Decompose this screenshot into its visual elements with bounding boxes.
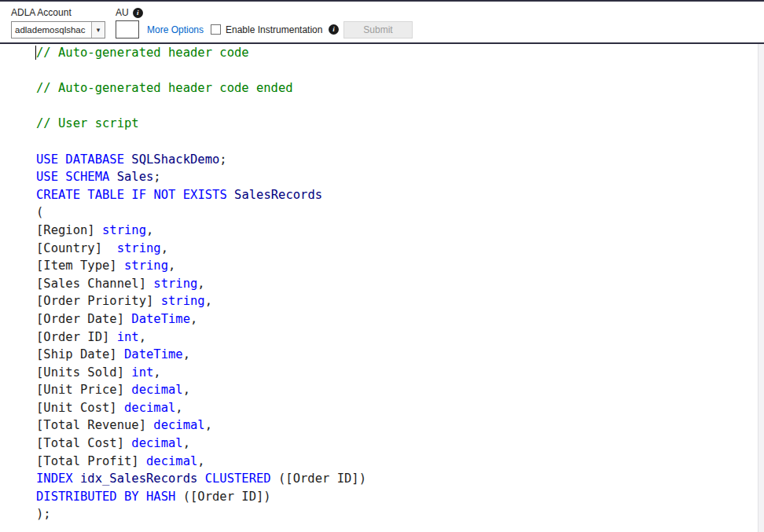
submit-button[interactable]: Submit [343,21,413,39]
code-token [124,188,131,202]
code-token: , [168,259,175,273]
code-token: DATABASE [65,152,124,167]
code-token: [Total Cost] [36,436,131,450]
code-token: , [205,418,212,432]
code-line: [Sales Channel] string, [36,275,366,293]
code-line: USE SCHEMA Sales; [36,168,366,186]
code-token: decimal [131,436,182,450]
code-token [227,188,234,202]
code-line: [Country] string, [36,240,366,258]
code-line: // User script [36,115,366,133]
code-token: ([Order ID]) [175,490,270,504]
code-token: // Auto-generated header code [36,46,249,60]
code-token: string [117,241,161,255]
adla-account-value: adlademosqlshac [12,22,91,38]
code-token: , [153,365,160,380]
code-token: ([Order ID]) [271,471,366,486]
code-token: string [153,277,197,291]
code-token: [Order ID] [36,330,117,344]
code-line: [Order Date] DateTime, [36,310,366,328]
code-token: ; [153,170,160,184]
code-token: string [124,259,168,273]
code-token [73,471,80,486]
code-line [36,133,366,151]
code-token: ; [219,152,226,167]
code-line [36,62,366,80]
code-token [146,188,153,202]
more-options-link[interactable]: More Options [147,24,204,35]
code-token: HASH [146,490,175,504]
adla-account-label: ADLA Account [11,7,72,18]
code-line: CREATE TABLE IF NOT EXISTS SalesRecords [36,186,366,204]
au-input[interactable] [116,20,139,39]
code-token: , [183,347,190,361]
au-label-group: AU i [116,7,143,18]
code-line: [Units Sold] int, [36,364,366,382]
code-token [175,188,182,202]
code-token: SalesRecords [234,188,322,202]
code-token [124,152,131,167]
enable-instrumentation-label: Enable Instrumentation [226,24,322,35]
enable-instrumentation-checkbox[interactable] [211,24,221,35]
code-token: , [183,383,190,397]
code-token: [Order Date] [36,312,131,326]
code-token [139,490,146,504]
code-token: int [117,330,139,344]
code-token: Sales [117,170,154,184]
code-line: [Ship Date] DateTime, [36,346,366,364]
code-line: [Total Cost] decimal, [36,435,366,453]
code-token [109,170,116,184]
code-token: [Units Sold] [36,365,131,380]
code-token: [Ship Date] [36,347,124,361]
code-line: [Item Type] string, [36,257,366,275]
code-line: USE DATABASE SQLShackDemo; [36,151,366,169]
instrumentation-info-icon[interactable]: i [329,24,339,35]
adla-account-dropdown[interactable]: adlademosqlshac ▾ [11,21,105,39]
code-line [36,97,366,116]
code-token: [Order Priority] [36,294,161,308]
code-token: string [102,223,146,237]
code-line: [Unit Price] decimal, [36,381,366,399]
code-token: , [205,294,212,308]
code-token: // User script [36,116,139,130]
code-token: USE [36,152,58,167]
code-token: , [175,401,182,415]
code-token: decimal [146,454,197,468]
code-token: DateTime [124,347,183,361]
code-token: , [197,454,204,468]
code-line: [Total Profit] decimal, [36,453,366,471]
code-line: [Order ID] int, [36,328,366,347]
code-token: USE [36,170,58,184]
code-token: , [190,312,197,326]
code-token: , [183,436,190,450]
code-token: INDEX [36,471,73,486]
code-token: [Unit Price] [36,383,131,397]
code-editor[interactable]: // Auto-generated header code // Auto-ge… [36,44,366,523]
code-token: CLUSTERED [205,471,271,486]
code-token [117,490,124,504]
code-token: [Total Profit] [36,454,146,468]
code-token: NOT [153,188,175,202]
code-token: [Total Revenue] [36,418,153,432]
code-editor-area[interactable]: // Auto-generated header code // Auto-ge… [0,44,764,532]
code-token: , [146,223,153,237]
code-token: , [161,241,168,255]
code-line: [Order Priority] string, [36,292,366,310]
code-token: decimal [131,383,182,397]
code-token: DateTime [131,312,190,326]
code-token: int [131,365,153,380]
chevron-down-icon[interactable]: ▾ [91,22,105,38]
code-token: ); [36,507,51,521]
code-token: , [139,330,146,344]
code-token [80,188,87,202]
code-token: SQLShackDemo [131,152,219,167]
vertical-scrollbar[interactable] [758,44,764,532]
code-token: // Auto-generated header code ended [36,81,293,95]
code-line: INDEX idx_SalesRecords CLUSTERED ([Order… [36,470,366,488]
code-token: idx_SalesRecords [80,471,197,486]
au-info-icon[interactable]: i [133,8,143,18]
code-token: BY [124,490,139,504]
code-line: // Auto-generated header code [36,44,366,62]
code-token: decimal [153,418,204,432]
code-line: [Total Revenue] decimal, [36,416,366,435]
